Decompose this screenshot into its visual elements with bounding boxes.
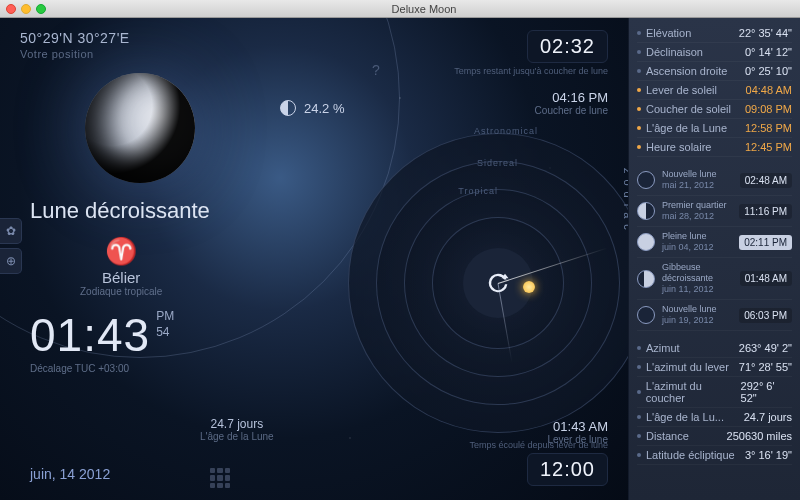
sidebar-row: Ascension droite0° 25' 10" [637, 62, 792, 81]
phase-row[interactable]: Nouvelle lunejuin 19, 201206:03 PM [637, 300, 792, 331]
coords-label: Votre position [20, 48, 130, 60]
sidebar-row-label: Distance [637, 430, 689, 442]
sidebar-row-value: 22° 35' 44" [739, 27, 792, 39]
window-titlebar: Deluxe Moon [0, 0, 800, 18]
zodiac-arc-label: zodiac [622, 168, 628, 236]
sidebar-row-value: 12:58 PM [745, 122, 792, 134]
location-coords[interactable]: 50°29'N 30°27'E Votre position [20, 30, 130, 60]
sidebar-row-label: Déclinaison [637, 46, 703, 58]
timer-label: Temps restant jusqu'à coucher de lune [454, 66, 608, 76]
phase-time: 11:16 PM [739, 204, 792, 219]
phase-text: Premier quartiermai 28, 2012 [662, 200, 732, 222]
elapsed-value: 12:00 [527, 453, 608, 486]
phase-row[interactable]: Gibbeuse décroissantejuin 11, 201201:48 … [637, 258, 792, 300]
illumination: 24.2 % [280, 100, 344, 116]
sidebar-row: L'âge de la Lu...24.7 jours [637, 408, 792, 427]
orbit-arc [0, 18, 400, 358]
sidebar-row-label: L'azimut du coucher [637, 380, 741, 404]
sidebar-row: L'azimut du coucher292° 6' 52" [637, 377, 792, 408]
clock-ampm: PM [156, 308, 174, 324]
phase-name: Lune décroissante [30, 198, 210, 224]
zodiac-dial[interactable] [348, 133, 628, 433]
sidebar-row: Coucher de soleil09:08 PM [637, 100, 792, 119]
phase-icon [637, 171, 655, 189]
traffic-lights [6, 4, 46, 14]
sidebar-row-value: 250630 miles [727, 430, 792, 442]
moon-age-label: L'âge de la Lune [200, 431, 274, 442]
sidebar-row: Azimut263° 49' 2" [637, 339, 792, 358]
zodiac-name: Bélier [80, 269, 162, 286]
data-sidebar[interactable]: Elévation22° 35' 44"Déclinaison0° 14' 12… [628, 18, 800, 500]
sidebar-row-label: Heure solaire [637, 141, 711, 153]
sidebar-row-label: Ascension droite [637, 65, 727, 77]
illumination-value: 24.2 % [304, 101, 344, 116]
aries-icon: ♈ [80, 236, 162, 267]
moonset-label: Coucher de lune [535, 105, 608, 116]
sidebar-row: Elévation22° 35' 44" [637, 24, 792, 43]
sidebar-row-label: Azimut [637, 342, 680, 354]
phase-time: 02:11 PM [739, 235, 792, 250]
sidebar-row-value: 71° 28' 55" [739, 361, 792, 373]
phase-text: Pleine lunejuin 04, 2012 [662, 231, 732, 253]
sidebar-row-label: Elévation [637, 27, 691, 39]
sky-stage: 50°29'N 30°27'E Votre position Lune décr… [0, 18, 628, 500]
phase-text: Gibbeuse décroissantejuin 11, 2012 [662, 262, 733, 295]
phase-icon [637, 233, 655, 251]
sidebar-row-value: 04:48 AM [746, 84, 792, 96]
sidebar-row-value: 12:45 PM [745, 141, 792, 153]
sidebar-row: L'azimut du lever71° 28' 55" [637, 358, 792, 377]
moon-graphic[interactable] [85, 73, 195, 183]
coords-value: 50°29'N 30°27'E [20, 30, 130, 46]
sidebar-row-label: L'âge de la Lune [637, 122, 727, 134]
sidebar-row-value: 0° 14' 12" [745, 46, 792, 58]
phase-row[interactable]: Pleine lunejuin 04, 201202:11 PM [637, 227, 792, 258]
sidebar-row: Lever de soleil04:48 AM [637, 81, 792, 100]
sidebar-row: L'âge de la Lune12:58 PM [637, 119, 792, 138]
zodiac-sign[interactable]: ♈ Bélier Zodiaque tropicale [80, 236, 162, 297]
dial-label-tropical: Tropical [458, 186, 498, 196]
minimize-icon[interactable] [21, 4, 31, 14]
phase-time: 01:48 AM [740, 271, 792, 286]
sidebar-row-value: 0° 25' 10" [745, 65, 792, 77]
phase-icon [637, 202, 655, 220]
moonset-block: 04:16 PM Coucher de lune [535, 90, 608, 116]
sidebar-row-value: 09:08 PM [745, 103, 792, 115]
phase-icon [637, 270, 655, 288]
moon-age: 24.7 jours L'âge de la Lune [200, 417, 274, 442]
moonset-time: 04:16 PM [535, 90, 608, 105]
globe-tool-button[interactable]: ⊕ [0, 248, 22, 274]
clock-hhmm: 01:43 [30, 308, 150, 362]
sidebar-row: Déclinaison0° 14' 12" [637, 43, 792, 62]
timer-value: 02:32 [527, 30, 608, 63]
dial-label-astronomical: Astronomical [474, 126, 538, 136]
clock-sec: 54 [156, 324, 174, 340]
close-icon[interactable] [6, 4, 16, 14]
grid-menu-button[interactable] [210, 468, 230, 488]
phase-row[interactable]: Nouvelle lunemai 21, 201202:48 AM [637, 165, 792, 196]
elapsed-label: Temps écoulé depuis lever de lune [469, 440, 608, 450]
sidebar-row-label: L'âge de la Lu... [637, 411, 724, 423]
time-until-moonset: 02:32 Temps restant jusqu'à coucher de l… [454, 30, 608, 76]
sidebar-row-label: L'azimut du lever [637, 361, 729, 373]
zoom-icon[interactable] [36, 4, 46, 14]
left-edge-toolbar: ✿ ⊕ [0, 218, 22, 274]
window-title: Deluxe Moon [54, 3, 794, 15]
zodiac-kind: Zodiaque tropicale [80, 286, 162, 297]
sidebar-row-label: Lever de soleil [637, 84, 717, 96]
phase-text: Nouvelle lunejuin 19, 2012 [662, 304, 732, 326]
sidebar-row-value: 263° 49' 2" [739, 342, 792, 354]
sidebar-row: Distance250630 miles [637, 427, 792, 446]
plant-tool-button[interactable]: ✿ [0, 218, 22, 244]
dial-label-sidereal: Sidereal [477, 158, 518, 168]
help-icon[interactable]: ? [372, 62, 380, 78]
phase-icon [637, 306, 655, 324]
utc-offset: Décalage TUC +03:00 [30, 363, 129, 374]
current-date[interactable]: juin, 14 2012 [30, 466, 110, 482]
phase-row[interactable]: Premier quartiermai 28, 201211:16 PM [637, 196, 792, 227]
sidebar-row-value: 3° 16' 19" [745, 449, 792, 461]
sidebar-row-value: 24.7 jours [744, 411, 792, 423]
local-clock: 01:43 PM 54 [30, 308, 174, 362]
moon-phase-icon [280, 100, 296, 116]
moon-age-value: 24.7 jours [200, 417, 274, 431]
sidebar-row-label: Latitude écliptique [637, 449, 735, 461]
